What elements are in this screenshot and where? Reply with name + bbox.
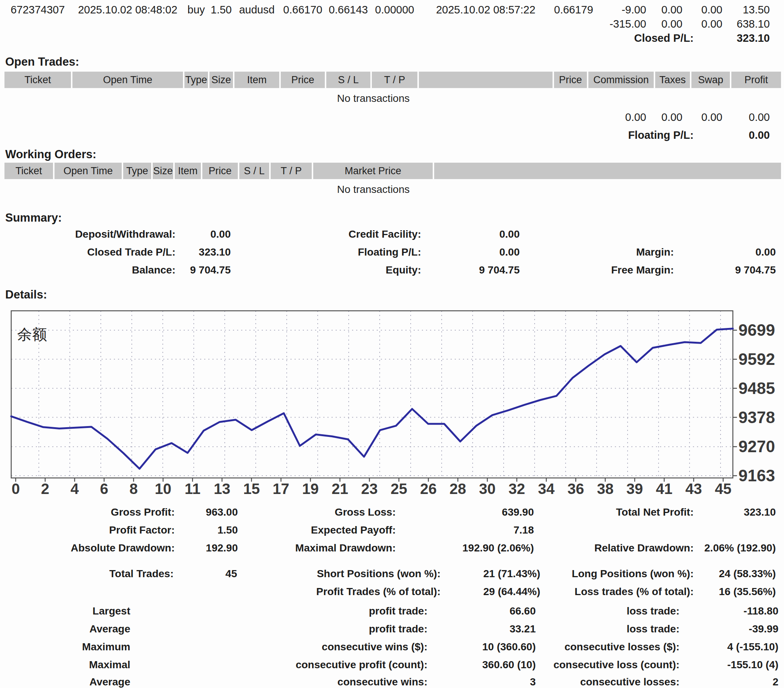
stat-label: loss trade: bbox=[626, 622, 679, 636]
stat-value: -118.80 bbox=[744, 604, 778, 618]
stat-label: profit trade: bbox=[369, 622, 427, 636]
col-type: Type bbox=[123, 163, 151, 179]
stat-value: 7.18 bbox=[514, 524, 534, 537]
summary-title: Summary: bbox=[5, 211, 62, 225]
stat-label: Total Net Profit: bbox=[616, 506, 693, 519]
stat-label: profit trade: bbox=[369, 604, 427, 618]
col-price: Price bbox=[281, 72, 325, 88]
svg-text:13: 13 bbox=[214, 481, 231, 497]
stats-row: Gross Profit: 963.00 Gross Loss: 639.90 … bbox=[0, 506, 784, 519]
summary-value: 323.10 bbox=[199, 246, 231, 259]
stat-value: 10 (360.60) bbox=[483, 640, 536, 654]
col-type: Type bbox=[184, 72, 208, 88]
svg-text:9270: 9270 bbox=[738, 437, 775, 456]
summary-value: 9 704.75 bbox=[479, 263, 520, 277]
stat-label: Long Positions (won %): bbox=[572, 567, 693, 581]
open-trades-empty: No transactions bbox=[0, 92, 747, 105]
stat-label: consecutive loss (count): bbox=[553, 658, 679, 672]
svg-text:15: 15 bbox=[243, 481, 260, 497]
total-swap: 0.00 bbox=[692, 17, 730, 31]
stat-value: 4 (-155.10) bbox=[727, 640, 778, 654]
stat-value: 66.60 bbox=[510, 604, 536, 618]
svg-text:9485: 9485 bbox=[738, 379, 775, 397]
stat-label: Gross Profit: bbox=[111, 506, 175, 519]
svg-text:9163: 9163 bbox=[738, 466, 775, 484]
floating-pl-label: Floating P/L: bbox=[628, 128, 693, 142]
stat-value: 192.90 bbox=[206, 541, 238, 555]
closed-totals-row: -315.00 0.00 0.00 638.10 bbox=[0, 17, 781, 31]
cell-close-time: 2025.10.02 08:57:22 bbox=[419, 3, 553, 16]
stat-value: -39.99 bbox=[749, 622, 778, 636]
stat-label: consecutive wins ($): bbox=[322, 640, 427, 654]
col-tp: T / P bbox=[271, 163, 312, 179]
svg-text:41: 41 bbox=[656, 481, 673, 497]
working-orders-title: Working Orders: bbox=[5, 148, 96, 161]
col-market-price: Market Price bbox=[313, 163, 433, 179]
summary-label: Free Margin: bbox=[611, 263, 674, 277]
working-orders-empty: No transactions bbox=[0, 184, 747, 195]
cell-profit: 13.50 bbox=[731, 3, 781, 16]
stat-value: 3 bbox=[530, 675, 536, 688]
svg-text:25: 25 bbox=[390, 481, 407, 497]
stat-value: 2.06% (192.90) bbox=[705, 541, 776, 555]
stats-row: Absolute Drawdown: 192.90 Maximal Drawdo… bbox=[0, 541, 784, 555]
col-price: Price bbox=[203, 163, 238, 179]
col-ticket: Ticket bbox=[5, 72, 71, 88]
col-blank bbox=[434, 163, 781, 179]
svg-text:39: 39 bbox=[626, 481, 643, 497]
open-total-taxes: 0.00 bbox=[655, 110, 690, 124]
stat-label: Loss trades (% of total): bbox=[575, 585, 693, 598]
stat-label: Maximal Drawdown: bbox=[295, 541, 396, 555]
summary-row: Balance: 9 704.75 Equity: 9 704.75 Free … bbox=[0, 263, 784, 277]
stat-label: Absolute Drawdown: bbox=[71, 541, 175, 555]
chart-series-label: 余额 bbox=[17, 326, 47, 343]
open-total-swap: 0.00 bbox=[692, 110, 730, 124]
stat-value: 16 (35.56%) bbox=[719, 585, 776, 598]
stat-label: Maximal bbox=[89, 658, 131, 672]
svg-text:19: 19 bbox=[302, 481, 319, 497]
col-tp: T / P bbox=[372, 72, 417, 88]
stats-row: Maximum consecutive wins ($): 10 (360.60… bbox=[0, 640, 784, 654]
cell-item: audusd bbox=[234, 3, 279, 16]
working-orders-header: Ticket Open Time Type Size Item Price S … bbox=[0, 163, 781, 179]
cell-size: 1.50 bbox=[209, 3, 233, 16]
stat-value: 29 (64.44%) bbox=[483, 585, 540, 598]
svg-text:9699: 9699 bbox=[738, 321, 775, 339]
stat-label: Expected Payoff: bbox=[311, 524, 396, 537]
stat-label: consecutive losses: bbox=[580, 675, 679, 688]
svg-text:8: 8 bbox=[130, 481, 138, 497]
summary-label: Floating P/L: bbox=[357, 246, 421, 259]
cell-commission: -9.00 bbox=[588, 3, 654, 16]
mt4-statement: 672374307 2025.10.02 08:48:02 buy 1.50 a… bbox=[0, 0, 784, 688]
stat-value: 639.90 bbox=[502, 506, 534, 519]
col-taxes: Taxes bbox=[655, 72, 690, 88]
summary-label: Balance: bbox=[132, 263, 175, 277]
closed-trade-row: 672374307 2025.10.02 08:48:02 buy 1.50 a… bbox=[0, 3, 781, 16]
cell-type: buy bbox=[184, 3, 208, 16]
chart-border bbox=[11, 311, 733, 478]
stat-value: 21 (71.43%) bbox=[483, 567, 540, 581]
summary-label: Closed Trade P/L: bbox=[87, 246, 176, 259]
stat-value: -155.10 (4) bbox=[727, 658, 778, 672]
total-commission: -315.00 bbox=[588, 17, 654, 31]
svg-text:45: 45 bbox=[715, 481, 732, 497]
closed-pl-label: Closed P/L: bbox=[634, 31, 693, 45]
svg-text:4: 4 bbox=[71, 481, 79, 497]
svg-text:32: 32 bbox=[509, 481, 525, 497]
stat-label: Total Trades: bbox=[109, 567, 174, 581]
summary-row: Deposit/Withdrawal: 0.00 Credit Facility… bbox=[0, 228, 784, 241]
svg-text:21: 21 bbox=[331, 481, 348, 497]
stat-label: consecutive profit (count): bbox=[296, 658, 427, 672]
floating-pl-row: Floating P/L: 0.00 bbox=[0, 128, 784, 142]
col-commission: Commission bbox=[588, 72, 654, 88]
stats-row: Average consecutive wins: 3 consecutive … bbox=[0, 675, 784, 688]
stats-row: Total Trades: 45 Short Positions (won %)… bbox=[0, 567, 784, 581]
stat-label: consecutive wins: bbox=[338, 675, 427, 688]
cell-close-price: 0.66179 bbox=[554, 3, 587, 16]
stats-row: Largest profit trade: 66.60 loss trade: … bbox=[0, 604, 784, 618]
closed-pl-value: 323.10 bbox=[736, 31, 770, 45]
stat-label: Average bbox=[90, 675, 130, 688]
col-price2: Price bbox=[554, 72, 587, 88]
open-trades-header: Ticket Open Time Type Size Item Price S … bbox=[0, 72, 781, 88]
col-profit: Profit bbox=[731, 72, 781, 88]
